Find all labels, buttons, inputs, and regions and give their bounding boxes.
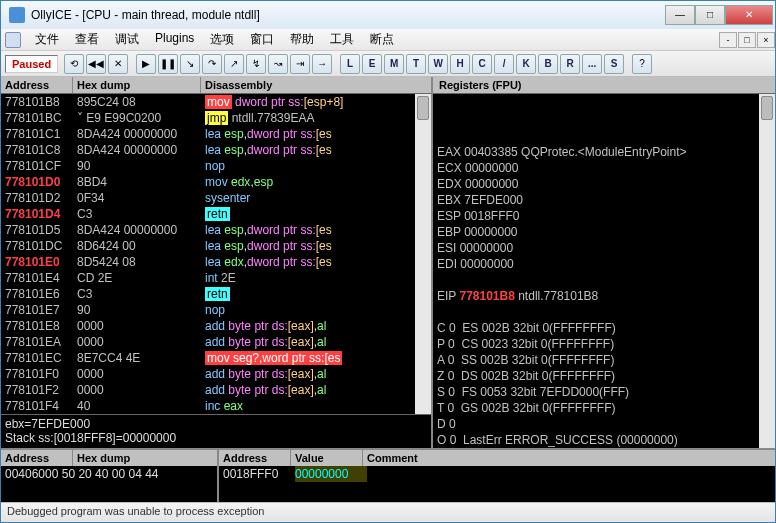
register-line[interactable]: ESI 00000000 [437,240,771,256]
menu-工具[interactable]: 工具 [322,29,362,50]
registers-body[interactable]: EAX 00403385 QQProtec.<ModuleEntryPoint>… [433,94,775,448]
toolbar-view-M[interactable]: M [384,54,404,74]
disasm-row[interactable]: 778101E790nop [1,302,431,318]
minimize-button[interactable]: — [665,5,695,25]
disasm-row[interactable]: 778101F440inc eax [1,398,431,414]
stack-column-comment[interactable]: Comment [363,450,775,466]
register-line[interactable] [437,304,771,320]
register-line[interactable]: ECX 00000000 [437,160,771,176]
disasm-row[interactable]: 778101D08BD4mov edx,esp [1,174,431,190]
column-disassembly[interactable]: Disassembly [201,77,431,93]
disasm-row[interactable]: 778101D4C3retn [1,206,431,222]
menu-窗口[interactable]: 窗口 [242,29,282,50]
stack-column-value[interactable]: Value [291,450,363,466]
register-line[interactable] [437,272,771,288]
register-line[interactable]: EBP 00000000 [437,224,771,240]
stack-body[interactable]: 0018FFF000000000 [219,466,775,502]
help-button[interactable]: ? [632,54,652,74]
register-line[interactable]: S 0 FS 0053 32bit 7EFDD000(FFF) [437,384,771,400]
toolbar-view-H[interactable]: H [450,54,470,74]
disasm-row[interactable]: 778101D58DA424 00000000lea esp,dword ptr… [1,222,431,238]
goto-button[interactable]: → [312,54,332,74]
disasm-row[interactable]: 778101EC8E7CC4 4Emov seg?,word ptr ss:[e… [1,350,431,366]
menu-Plugins[interactable]: Plugins [147,29,202,50]
disasm-row[interactable]: 778101E6C3retn [1,286,431,302]
disasm-row[interactable]: 778101F00000add byte ptr ds:[eax],al [1,366,431,382]
register-line[interactable]: EAX 00403385 QQProtec.<ModuleEntryPoint> [437,144,771,160]
step-out-button[interactable]: ↗ [224,54,244,74]
mdi-restore-button[interactable]: □ [738,32,756,48]
restart-button[interactable]: ⟲ [64,54,84,74]
toolbar-view-/[interactable]: / [494,54,514,74]
dump-column-address[interactable]: Address [1,450,73,466]
menu-查看[interactable]: 查看 [67,29,107,50]
step-into-button[interactable]: ↘ [180,54,200,74]
toolbar-view-B[interactable]: B [538,54,558,74]
stack-row[interactable]: 0018FFF000000000 [223,466,771,482]
disasm-instruction: inc eax [201,398,431,414]
menu-帮助[interactable]: 帮助 [282,29,322,50]
register-line[interactable]: C 0 ES 002B 32bit 0(FFFFFFFF) [437,320,771,336]
disasm-row[interactable]: 778101DC8D6424 00lea esp,dword ptr ss:[e… [1,238,431,254]
register-line[interactable]: EBX 7EFDE000 [437,192,771,208]
menu-调试[interactable]: 调试 [107,29,147,50]
dump-body[interactable]: 00406000 50 20 40 00 04 44 [1,466,217,502]
menu-断点[interactable]: 断点 [362,29,402,50]
register-line[interactable]: Z 0 DS 002B 32bit 0(FFFFFFFF) [437,368,771,384]
mdi-close-button[interactable]: × [757,32,775,48]
trace-over-button[interactable]: ↝ [268,54,288,74]
close-debuggee-button[interactable]: ✕ [108,54,128,74]
toolbar-view-T[interactable]: T [406,54,426,74]
registers-scrollbar[interactable] [759,94,775,448]
mdi-minimize-button[interactable]: - [719,32,737,48]
run-button[interactable]: ▶ [136,54,156,74]
disasm-row[interactable]: 778101BC˅ E9 E99C0200jmp ntdll.77839EAA [1,110,431,126]
trace-into-button[interactable]: ↯ [246,54,266,74]
toolbar-view-W[interactable]: W [428,54,448,74]
menu-文件[interactable]: 文件 [27,29,67,50]
disassembly-body[interactable]: 778101B8895C24 08mov dword ptr ss:[esp+8… [1,94,431,414]
column-hex[interactable]: Hex dump [73,77,201,93]
disasm-row[interactable]: 778101E80000add byte ptr ds:[eax],al [1,318,431,334]
toolbar-view-K[interactable]: K [516,54,536,74]
toolbar-view-R[interactable]: R [560,54,580,74]
register-line[interactable]: ESP 0018FFF0 [437,208,771,224]
register-line[interactable]: EIP 778101B8 ntdll.778101B8 [437,288,771,304]
disasm-row[interactable]: 778101EA0000add byte ptr ds:[eax],al [1,334,431,350]
register-line[interactable]: EDX 00000000 [437,176,771,192]
toolbar-view-L[interactable]: L [340,54,360,74]
toolbar-view-E[interactable]: E [362,54,382,74]
disasm-row[interactable]: 778101D20F34sysenter [1,190,431,206]
close-button[interactable]: ✕ [725,5,773,25]
register-line[interactable]: A 0 SS 002B 32bit 0(FFFFFFFF) [437,352,771,368]
disasm-row[interactable]: 778101E4CD 2Eint 2E [1,270,431,286]
disasm-row[interactable]: 778101B8895C24 08mov dword ptr ss:[esp+8… [1,94,431,110]
register-line[interactable]: T 0 GS 002B 32bit 0(FFFFFFFF) [437,400,771,416]
disasm-row[interactable]: 778101C88DA424 00000000lea esp,dword ptr… [1,142,431,158]
toolbar-view-C[interactable]: C [472,54,492,74]
disassembly-scrollbar[interactable] [415,94,431,414]
menu-选项[interactable]: 选项 [202,29,242,50]
column-address[interactable]: Address [1,77,73,93]
maximize-button[interactable]: □ [695,5,725,25]
registers-header[interactable]: Registers (FPU) [433,77,775,94]
toolbar-view-...[interactable]: ... [582,54,602,74]
step-over-button[interactable]: ↷ [202,54,222,74]
disasm-address: 778101D4 [1,206,73,222]
disasm-row[interactable]: 778101F20000add byte ptr ds:[eax],al [1,382,431,398]
disasm-row[interactable]: 778101C18DA424 00000000lea esp,dword ptr… [1,126,431,142]
register-line[interactable]: O 0 LastErr ERROR_SUCCESS (00000000) [437,432,771,448]
cpu-icon[interactable] [5,32,21,48]
open-button[interactable]: ◀◀ [86,54,106,74]
stack-column-address[interactable]: Address [219,450,291,466]
window-controls: — □ ✕ [665,5,773,25]
pause-button[interactable]: ❚❚ [158,54,178,74]
execute-till-return-button[interactable]: ⇥ [290,54,310,74]
register-line[interactable]: EDI 00000000 [437,256,771,272]
dump-column-hex[interactable]: Hex dump [73,450,217,466]
register-line[interactable]: D 0 [437,416,771,432]
disasm-row[interactable]: 778101CF90nop [1,158,431,174]
disasm-row[interactable]: 778101E08D5424 08lea edx,dword ptr ss:[e… [1,254,431,270]
toolbar-view-S[interactable]: S [604,54,624,74]
register-line[interactable]: P 0 CS 0023 32bit 0(FFFFFFFF) [437,336,771,352]
